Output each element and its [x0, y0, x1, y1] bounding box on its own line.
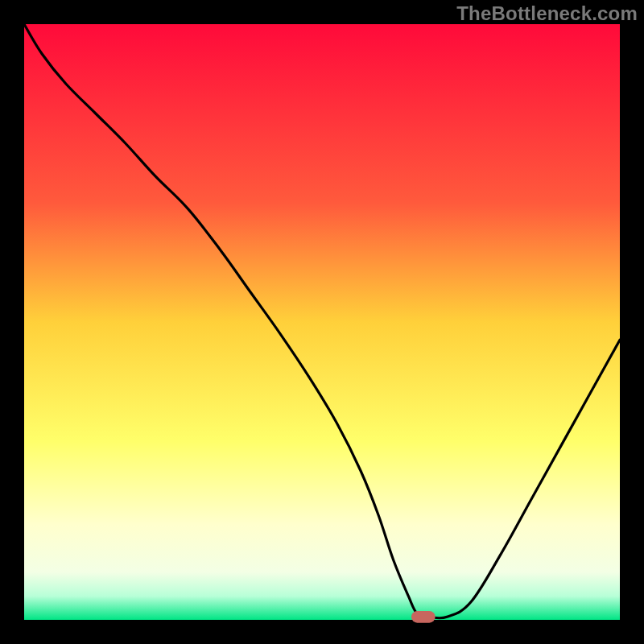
bottleneck-chart: [0, 0, 644, 644]
chart-frame: TheBottleneck.com: [0, 0, 644, 644]
watermark-label: TheBottleneck.com: [456, 2, 638, 25]
plot-background: [24, 24, 620, 620]
optimal-marker: [411, 611, 436, 623]
